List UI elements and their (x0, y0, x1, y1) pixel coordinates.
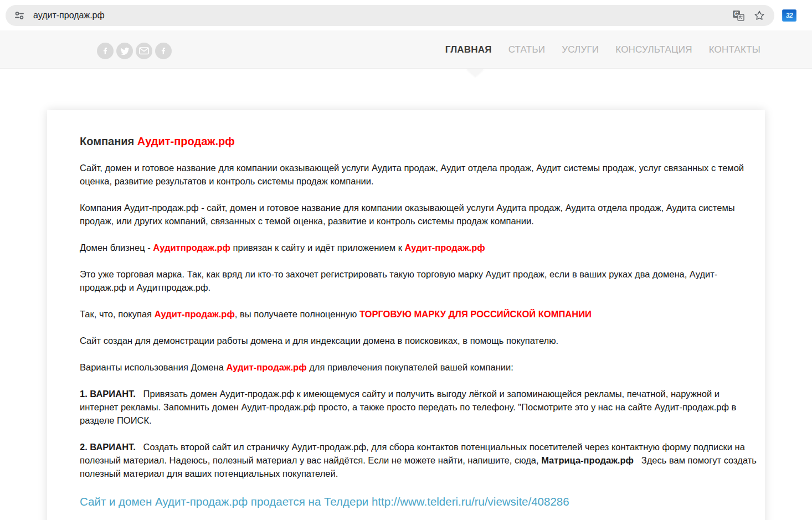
text-run: Сайт создан для демонстрации работы доме… (80, 336, 558, 346)
paragraph: Домен близнец - Аудитпродаж.рф привязан … (80, 241, 759, 254)
text-run: ТОРГОВУЮ МАРКУ ДЛЯ РОССИЙСКОЙ КОМПАНИИ (359, 309, 592, 319)
text-run: , вы получаете полноценную (235, 309, 359, 319)
main-nav: ГЛАВНАЯСТАТЬИУСЛУГИКОНСУЛЬТАЦИЯКОНТАКТЫ (445, 30, 760, 69)
nav-item-консультация[interactable]: КОНСУЛЬТАЦИЯ (615, 44, 692, 55)
nav-item-статьи[interactable]: СТАТЬИ (508, 44, 546, 55)
nav-item-услуги[interactable]: УСЛУГИ (562, 44, 599, 55)
text-run: Компания Аудит-продаж.рф - сайт, домен и… (80, 203, 735, 226)
paragraph: 1. ВАРИАНТ. Привязать домен Аудит-продаж… (80, 387, 759, 427)
paragraph: Это уже торговая марка. Так, как вряд ли… (80, 267, 759, 294)
active-tab-caret (466, 69, 484, 76)
text-run: Аудит-продаж.рф (226, 362, 306, 372)
facebook-icon[interactable] (97, 43, 114, 59)
text-run: Варианты использования Домена (80, 362, 226, 372)
article-body: Сайт, домен и готовое название для компа… (80, 161, 759, 480)
email-icon[interactable] (136, 43, 152, 59)
site-header: ГЛАВНАЯСТАТЬИУСЛУГИКОНСУЛЬТАЦИЯКОНТАКТЫ (0, 30, 812, 69)
paragraph: Варианты использования Домена Аудит-прод… (80, 361, 759, 374)
content-container: Компания Аудит-продаж.рф Сайт, домен и г… (47, 110, 765, 520)
social-icons (97, 43, 172, 59)
text-run: Аудит-продаж.рф (404, 243, 485, 253)
text-run: 2. ВАРИАНТ. (80, 442, 136, 452)
paragraph: Компания Аудит-продаж.рф - сайт, домен и… (80, 201, 759, 228)
telderi-link[interactable]: Сайт и домен Аудит-продаж.рф продается н… (80, 495, 759, 509)
paragraph: 2. ВАРИАНТ. Создать второй сайт ил стран… (80, 440, 759, 480)
text-run: Привязать домен Аудит-продаж.рф к имеюще… (80, 389, 736, 425)
text-run: для привлечения покупателей вашей компан… (307, 362, 513, 372)
paragraph: Сайт создан для демонстрации работы доме… (80, 334, 759, 347)
text-run: Аудит-продаж.рф (137, 135, 235, 147)
text-run: Аудит-продаж.рф (155, 309, 235, 319)
page-title: Компания Аудит-продаж.рф (80, 135, 759, 148)
text-run: Это уже торговая марка. Так, как вряд ли… (80, 269, 717, 292)
text-run: Так, что, покупая (80, 309, 155, 319)
text-run: Матрица-продаж.рф (541, 455, 634, 465)
browser-toolbar: аудит-продаж.рф G 32 (0, 0, 812, 30)
paragraph: Так, что, покупая Аудит-продаж.рф, вы по… (80, 307, 759, 321)
twitter-icon[interactable] (116, 43, 133, 59)
text-run: привязан к сайту и идёт приложением к (230, 243, 404, 253)
text-run: Домен близнец - (80, 243, 153, 253)
url-text[interactable]: аудит-продаж.рф (33, 11, 724, 20)
text-run: Компания (80, 135, 137, 147)
text-run: Сайт, домен и готовое название для компа… (80, 163, 744, 186)
facebook-icon[interactable] (155, 43, 172, 59)
site-settings-icon[interactable] (12, 8, 27, 23)
nav-item-контакты[interactable]: КОНТАКТЫ (709, 44, 760, 55)
nav-item-главная[interactable]: ГЛАВНАЯ (445, 44, 492, 55)
paragraph: Сайт, домен и готовое название для компа… (80, 161, 759, 188)
bookmark-star-icon[interactable] (752, 8, 767, 23)
text-run: Аудитпродаж.рф (153, 243, 230, 253)
text-run: 1. ВАРИАНТ. (80, 389, 136, 399)
extension-32-icon[interactable]: 32 (782, 9, 796, 22)
address-bar[interactable]: аудит-продаж.рф G (6, 5, 774, 26)
translate-icon[interactable]: G (731, 8, 746, 23)
